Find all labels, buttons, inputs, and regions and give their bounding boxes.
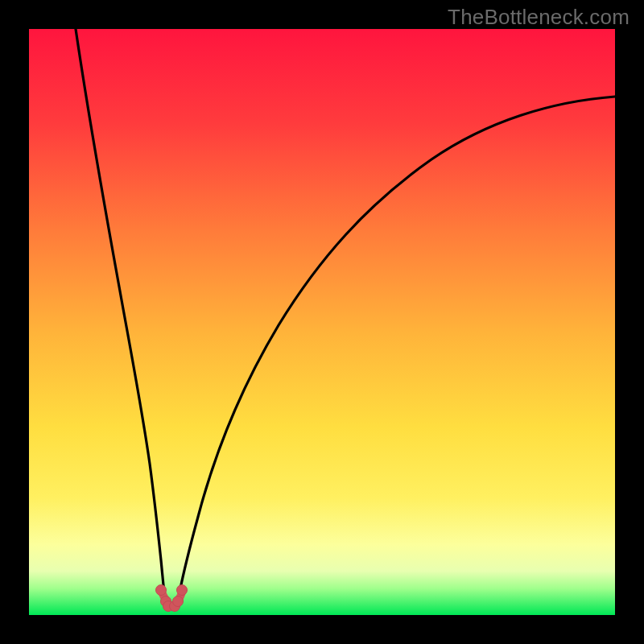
svg-point-4 bbox=[173, 597, 184, 607]
svg-point-5 bbox=[177, 585, 188, 596]
svg-point-0 bbox=[156, 585, 167, 596]
plot-svg bbox=[29, 29, 615, 615]
watermark-text: TheBottleneck.com bbox=[448, 5, 630, 30]
chart-frame: TheBottleneck.com bbox=[0, 0, 644, 644]
plot-area bbox=[29, 29, 615, 615]
gradient-background bbox=[29, 29, 615, 615]
